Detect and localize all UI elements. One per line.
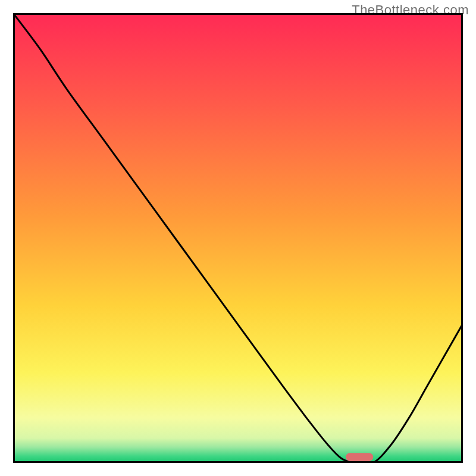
axes-frame xyxy=(13,13,463,463)
chart-container: TheBottleneck.com xyxy=(0,0,476,476)
plot-area xyxy=(13,13,463,463)
svg-rect-2 xyxy=(14,14,462,462)
